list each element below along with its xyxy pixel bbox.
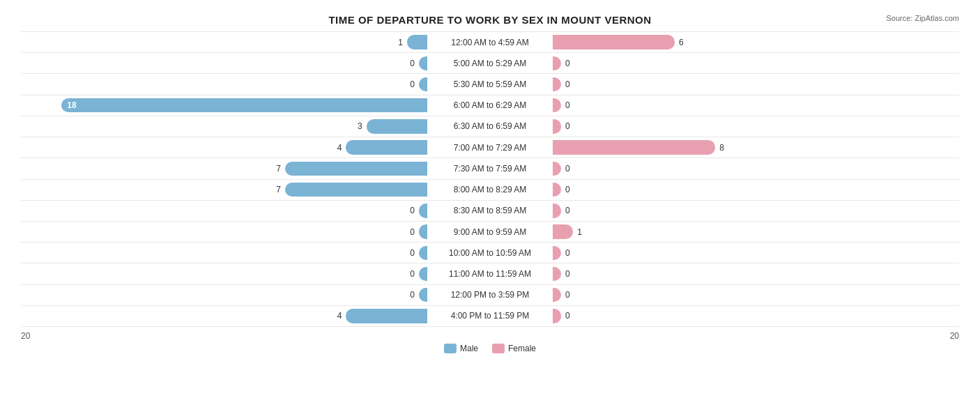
- female-value: 6: [679, 38, 684, 47]
- female-bar-wrapper: 0: [553, 204, 959, 217]
- male-bar-wrapper: 4: [21, 140, 427, 154]
- male-value: 0: [410, 290, 415, 300]
- male-bar-wrapper: 0: [21, 288, 427, 302]
- axis-bottom: 20 20: [21, 331, 959, 341]
- time-range-label: 12:00 AM to 4:59 AM: [427, 38, 553, 47]
- male-value: 7: [276, 164, 281, 174]
- male-bar: 18: [61, 98, 427, 112]
- male-bar-wrapper: 0: [21, 224, 427, 238]
- bar-row: 010:00 AM to 10:59 AM0: [21, 243, 959, 263]
- male-bar: [419, 267, 427, 281]
- male-bar-wrapper: 3: [21, 119, 427, 133]
- right-section: 0: [553, 158, 959, 178]
- rows-container: 112:00 AM to 4:59 AM605:00 AM to 5:29 AM…: [21, 31, 959, 327]
- female-bar: [553, 246, 561, 260]
- male-value: 0: [410, 206, 415, 215]
- female-bar-wrapper: 6: [553, 35, 959, 49]
- male-bar: [419, 56, 427, 70]
- female-bar: [553, 267, 561, 281]
- male-value-inside: 18: [67, 100, 76, 110]
- male-color-swatch: [444, 344, 457, 353]
- time-range-label: 11:00 AM to 11:59 AM: [427, 269, 553, 279]
- left-section: 0: [21, 285, 427, 305]
- female-bar-wrapper: 0: [553, 119, 959, 133]
- female-value: 1: [577, 227, 582, 237]
- bar-row: 012:00 PM to 3:59 PM0: [21, 285, 959, 306]
- bar-row: 186:00 AM to 6:29 AM0: [21, 95, 959, 116]
- male-value: 3: [358, 121, 362, 131]
- chart-area: 112:00 AM to 4:59 AM605:00 AM to 5:29 AM…: [21, 31, 959, 355]
- time-range-label: 9:00 AM to 9:59 AM: [427, 227, 553, 237]
- left-section: 18: [21, 95, 427, 116]
- male-value: 0: [410, 79, 415, 89]
- bar-row: 05:30 AM to 5:59 AM0: [21, 74, 959, 95]
- male-bar: [419, 246, 427, 260]
- female-value: 0: [565, 121, 570, 131]
- female-bar-wrapper: 0: [553, 267, 959, 281]
- bar-row: 44:00 PM to 11:59 PM0: [21, 306, 959, 327]
- male-bar: [407, 35, 427, 49]
- male-bar-wrapper: 0: [21, 267, 427, 281]
- right-section: 0: [553, 243, 959, 263]
- male-value: 4: [337, 143, 342, 153]
- male-bar: [419, 224, 427, 238]
- right-section: 0: [553, 263, 959, 284]
- time-range-label: 4:00 PM to 11:59 PM: [427, 311, 553, 321]
- time-range-label: 6:00 AM to 6:29 AM: [427, 100, 553, 110]
- female-bar: [553, 183, 561, 197]
- chart-container: TIME OF DEPARTURE TO WORK BY SEX IN MOUN…: [0, 0, 980, 414]
- bar-row: 78:00 AM to 8:29 AM0: [21, 180, 959, 201]
- female-bar: [553, 35, 675, 49]
- male-bar-wrapper: 0: [21, 204, 427, 217]
- female-value: 0: [565, 206, 570, 215]
- time-range-label: 8:00 AM to 8:29 AM: [427, 185, 553, 194]
- male-bar: [419, 204, 427, 217]
- right-section: 1: [553, 222, 959, 242]
- right-section: 0: [553, 285, 959, 305]
- left-section: 1: [21, 32, 427, 52]
- left-section: 0: [21, 222, 427, 242]
- left-section: 3: [21, 116, 427, 137]
- male-value: 0: [410, 59, 415, 68]
- male-bar-wrapper: 0: [21, 77, 427, 91]
- female-bar-wrapper: 0: [553, 246, 959, 260]
- female-bar: [553, 56, 561, 70]
- right-section: 0: [553, 306, 959, 326]
- time-range-label: 12:00 PM to 3:59 PM: [427, 290, 553, 300]
- female-value: 0: [565, 269, 570, 279]
- female-bar: [553, 119, 561, 133]
- male-bar: [285, 162, 427, 176]
- female-bar: [553, 77, 561, 91]
- male-bar-wrapper: 7: [21, 162, 427, 176]
- bar-row: 05:00 AM to 5:29 AM0: [21, 53, 959, 74]
- male-bar: [419, 288, 427, 302]
- male-bar: [367, 119, 427, 133]
- female-value: 0: [565, 248, 570, 258]
- male-value: 0: [410, 227, 415, 237]
- right-section: 0: [553, 95, 959, 116]
- left-section: 0: [21, 263, 427, 284]
- time-range-label: 5:00 AM to 5:29 AM: [427, 59, 553, 68]
- female-bar-wrapper: 0: [553, 183, 959, 197]
- male-value: 0: [410, 248, 415, 258]
- right-section: 0: [553, 116, 959, 137]
- female-bar-wrapper: 1: [553, 224, 959, 238]
- bar-row: 47:00 AM to 7:29 AM8: [21, 137, 959, 158]
- right-section: 6: [553, 32, 959, 52]
- time-range-label: 6:30 AM to 6:59 AM: [427, 121, 553, 131]
- female-bar-wrapper: 0: [553, 77, 959, 91]
- time-range-label: 5:30 AM to 5:59 AM: [427, 79, 553, 89]
- female-bar: [553, 140, 715, 154]
- chart-title: TIME OF DEPARTURE TO WORK BY SEX IN MOUN…: [21, 14, 959, 26]
- male-bar: [285, 183, 427, 197]
- time-range-label: 8:30 AM to 8:59 AM: [427, 206, 553, 215]
- bar-row: 011:00 AM to 11:59 AM0: [21, 263, 959, 284]
- male-bar: [346, 140, 427, 154]
- left-section: 0: [21, 201, 427, 221]
- female-bar: [553, 288, 561, 302]
- female-value: 8: [719, 143, 724, 153]
- left-section: 4: [21, 137, 427, 158]
- male-bar-wrapper: 18: [21, 98, 427, 112]
- legend-male-label: Male: [460, 344, 478, 353]
- bar-row: 09:00 AM to 9:59 AM1: [21, 222, 959, 243]
